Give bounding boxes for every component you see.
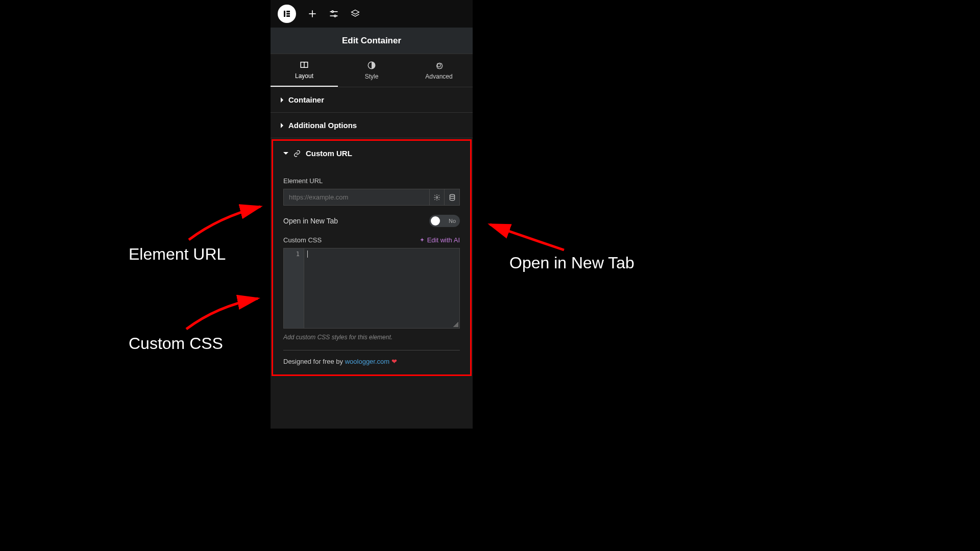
accordion-additional-options: Additional Options <box>271 113 473 138</box>
caret-right-icon <box>281 123 283 128</box>
svg-point-9 <box>334 15 336 17</box>
tab-layout-label: Layout <box>295 72 313 80</box>
code-area[interactable] <box>304 248 459 328</box>
toggle-knob <box>431 216 440 226</box>
svg-point-15 <box>450 194 454 196</box>
accordion-container-header[interactable]: Container <box>271 87 473 112</box>
heart-icon: ❤ <box>391 358 397 365</box>
gear-icon <box>434 61 444 70</box>
editor-panel: Edit Container Layout Style Advanced Con… <box>271 0 473 429</box>
element-url-input[interactable] <box>283 189 429 206</box>
code-gutter: 1 <box>284 248 304 328</box>
tab-layout[interactable]: Layout <box>271 54 338 87</box>
toggle-state-label: No <box>449 218 456 224</box>
annotation-custom-css: Custom CSS <box>129 334 223 353</box>
url-settings-button[interactable] <box>429 189 445 206</box>
accordion-additional-label: Additional Options <box>288 121 357 130</box>
line-number: 1 <box>288 251 300 258</box>
accordion-custom-url-label: Custom URL <box>306 149 352 158</box>
add-icon[interactable] <box>307 9 317 19</box>
css-hint: Add custom CSS styles for this element. <box>283 334 460 341</box>
layout-icon <box>300 60 309 69</box>
panel-title: Edit Container <box>271 28 473 54</box>
arrow-custom-css <box>176 286 268 337</box>
tab-style[interactable]: Style <box>338 54 405 87</box>
svg-point-14 <box>436 196 438 198</box>
tab-advanced[interactable]: Advanced <box>405 54 473 87</box>
accordion-container-label: Container <box>288 95 324 104</box>
svg-marker-10 <box>352 10 359 14</box>
style-icon <box>367 61 376 70</box>
code-cursor <box>307 251 308 258</box>
database-icon <box>449 194 456 201</box>
custom-css-label: Custom CSS <box>283 236 322 244</box>
css-header-row: Custom CSS Edit with AI <box>283 236 460 244</box>
tabs: Layout Style Advanced <box>271 54 473 87</box>
svg-rect-0 <box>284 11 285 17</box>
caret-right-icon <box>281 97 283 103</box>
divider <box>283 350 460 350</box>
element-url-label: Element URL <box>283 177 460 185</box>
open-new-tab-label: Open in New Tab <box>283 217 338 225</box>
settings-slider-icon[interactable] <box>329 9 339 19</box>
edit-with-ai-link[interactable]: Edit with AI <box>419 236 460 244</box>
caret-down-icon <box>283 152 288 155</box>
accordion-container: Container <box>271 87 473 113</box>
open-new-tab-toggle[interactable]: No <box>429 215 460 227</box>
annotation-element-url: Element URL <box>129 245 226 264</box>
link-icon <box>293 150 301 157</box>
elementor-logo[interactable] <box>278 5 296 23</box>
tab-style-label: Style <box>365 73 379 80</box>
svg-rect-2 <box>286 13 290 15</box>
accordion-additional-header[interactable]: Additional Options <box>271 113 473 138</box>
layers-icon[interactable] <box>350 9 360 19</box>
accordion-custom-url-header[interactable]: Custom URL <box>273 141 470 166</box>
gear-icon <box>433 194 440 201</box>
custom-url-body: Element URL Open in New Tab No Custom CS… <box>273 166 470 374</box>
url-row <box>283 189 460 206</box>
footer: Designed for free by woologger.com ❤ <box>283 358 460 365</box>
arrow-element-url <box>179 196 271 247</box>
arrow-open-new-tab <box>480 217 572 258</box>
footer-prefix: Designed for free by <box>283 358 345 365</box>
tab-advanced-label: Advanced <box>425 73 452 80</box>
edit-with-ai-label: Edit with AI <box>427 236 460 244</box>
open-new-tab-row: Open in New Tab No <box>283 215 460 227</box>
panel-title-text: Edit Container <box>342 36 401 46</box>
custom-css-editor[interactable]: 1 <box>283 248 460 329</box>
url-dynamic-button[interactable] <box>445 189 460 206</box>
svg-point-7 <box>332 11 333 12</box>
footer-link[interactable]: woologger.com <box>345 358 389 365</box>
highlight-box: Custom URL Element URL Open in New Tab N… <box>272 139 472 376</box>
svg-rect-1 <box>286 11 290 12</box>
sparkle-icon <box>419 237 425 243</box>
topbar <box>271 0 473 28</box>
svg-rect-3 <box>286 15 290 17</box>
